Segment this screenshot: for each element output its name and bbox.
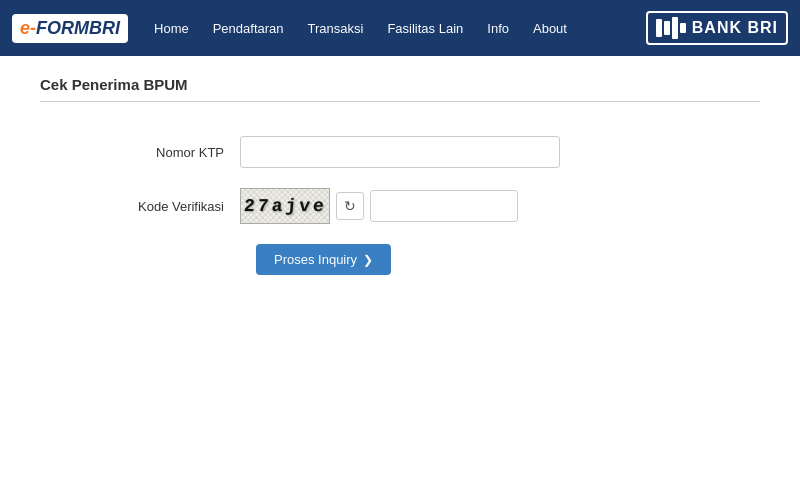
chevron-right-icon: ❯	[363, 253, 373, 267]
brand-form: FORM	[36, 18, 89, 39]
brand-bri: BRI	[89, 18, 120, 39]
page-title: Cek Penerima BPUM	[40, 76, 760, 93]
captcha-group: 27ajve ↻	[240, 188, 518, 224]
kode-verifikasi-row: Kode Verifikasi 27ajve ↻	[100, 188, 760, 224]
submit-row: Proses Inquiry ❯	[256, 244, 760, 275]
form-section: Nomor KTP Kode Verifikasi 27ajve ↻ Prose…	[40, 126, 760, 285]
bri-icon-bars	[656, 17, 686, 39]
nomor-ktp-label: Nomor KTP	[100, 145, 240, 160]
nav-link-home[interactable]: Home	[144, 15, 199, 42]
main-content: Cek Penerima BPUM Nomor KTP Kode Verifik…	[0, 56, 800, 305]
brand-logo[interactable]: e-FORMBRI	[12, 14, 128, 43]
nav-link-about[interactable]: About	[523, 15, 577, 42]
nav-link-transaksi[interactable]: Transaksi	[298, 15, 374, 42]
refresh-icon: ↻	[344, 198, 356, 214]
proses-inquiry-button[interactable]: Proses Inquiry ❯	[256, 244, 391, 275]
nav-link-info[interactable]: Info	[477, 15, 519, 42]
navbar: e-FORMBRI Home Pendaftaran Transaksi Fas…	[0, 0, 800, 56]
brand-e: e-	[20, 18, 36, 39]
divider	[40, 101, 760, 102]
captcha-text: 27ajve	[243, 196, 328, 216]
captcha-image: 27ajve	[240, 188, 330, 224]
nomor-ktp-row: Nomor KTP	[100, 136, 760, 168]
nav-links: Home Pendaftaran Transaksi Fasilitas Lai…	[144, 15, 646, 42]
bri-text-logo: BANK BRI	[692, 19, 778, 37]
captcha-input[interactable]	[370, 190, 518, 222]
nav-link-pendaftaran[interactable]: Pendaftaran	[203, 15, 294, 42]
bank-bri-logo: BANK BRI	[646, 11, 788, 45]
captcha-refresh-button[interactable]: ↻	[336, 192, 364, 220]
nomor-ktp-input[interactable]	[240, 136, 560, 168]
kode-verifikasi-label: Kode Verifikasi	[100, 199, 240, 214]
proses-inquiry-label: Proses Inquiry	[274, 252, 357, 267]
nav-link-fasilitas-lain[interactable]: Fasilitas Lain	[377, 15, 473, 42]
